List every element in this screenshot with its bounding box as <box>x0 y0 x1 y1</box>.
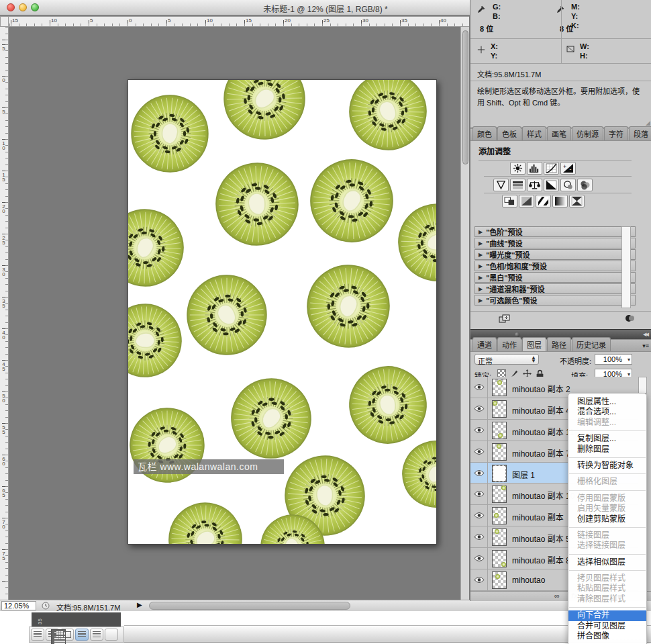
list-dense-button[interactable] <box>90 629 103 641</box>
expand-triangle-icon[interactable]: ▶ <box>479 275 483 281</box>
eye-icon[interactable] <box>474 533 485 541</box>
opacity-field[interactable]: 100% ▾ <box>595 354 632 365</box>
menu-item[interactable]: 删除图层 <box>568 445 646 455</box>
preset-group-row[interactable]: ▶"色阶"预设 <box>474 226 636 237</box>
tab-7[interactable]: 段落 <box>629 126 651 140</box>
layer-thumbnail[interactable] <box>492 465 507 482</box>
blend-mode-select[interactable]: 正常 ▲▼ <box>474 354 539 365</box>
preset-group-row[interactable]: ▶"色相/饱和度"预设 <box>474 261 636 271</box>
layer-thumbnail[interactable] <box>492 507 507 524</box>
visibility-cell[interactable] <box>470 420 488 441</box>
ruler-horizontal[interactable]: 151050510152025303540 <box>9 16 469 27</box>
visibility-cell[interactable] <box>470 569 488 590</box>
selective-color-icon[interactable] <box>569 195 585 208</box>
tab-5[interactable]: 仿制源 <box>572 126 603 140</box>
layer-thumbnail[interactable] <box>492 571 507 589</box>
preset-group-row[interactable]: ▶"通道混和器"预设 <box>474 283 636 294</box>
expand-triangle-icon[interactable]: ▶ <box>479 297 483 304</box>
tab-2[interactable]: 色板 <box>497 126 521 140</box>
gradient-map-icon[interactable] <box>552 195 568 208</box>
canvas-page[interactable]: 瓦栏 www.walanwalan.com <box>128 79 437 545</box>
curves-icon[interactable] <box>544 162 559 175</box>
collapse-dock-icon[interactable]: ◂◂ <box>643 330 648 338</box>
photo-filter-icon[interactable] <box>560 179 576 191</box>
eye-icon[interactable] <box>474 448 485 455</box>
layer-thumbnail[interactable] <box>492 443 507 461</box>
color-balance-icon[interactable] <box>527 179 542 191</box>
menu-item[interactable]: 转换为智能对象 <box>568 461 646 471</box>
menu-item[interactable]: 复制图层... <box>568 434 646 444</box>
tab-4[interactable]: 画笔 <box>547 126 571 140</box>
status-options-arrow[interactable]: ▶ <box>137 601 142 608</box>
preset-group-row[interactable]: ▶"曝光度"预设 <box>474 249 636 260</box>
visibility-cell[interactable] <box>470 505 488 526</box>
layers-tab-5[interactable]: 历史记录 <box>572 337 611 351</box>
layer-thumbnail[interactable] <box>492 400 507 418</box>
expand-triangle-icon[interactable]: ▶ <box>479 263 483 269</box>
threshold-icon[interactable] <box>536 195 551 208</box>
menu-item[interactable]: 合并可见图层 <box>568 621 646 631</box>
menu-item[interactable]: 图层属性... <box>568 397 646 407</box>
panel-resize-grip[interactable]: ◢ <box>646 120 650 126</box>
eye-icon[interactable] <box>474 426 485 434</box>
levels-icon[interactable] <box>527 162 542 175</box>
list-simple-button[interactable] <box>31 629 44 641</box>
menu-item[interactable]: 混合选项... <box>568 407 646 417</box>
brightness-contrast-icon[interactable] <box>510 162 525 175</box>
presets-scrollbar[interactable] <box>621 226 631 308</box>
ruler-vertical[interactable]: 5051015202530354045505560657075 <box>0 27 9 600</box>
visibility-cell[interactable] <box>470 484 488 504</box>
visibility-cell[interactable] <box>470 526 488 547</box>
expand-triangle-icon[interactable]: ▶ <box>479 252 483 258</box>
preset-group-row[interactable]: ▶"可选颜色"预设 <box>474 295 636 306</box>
menu-item[interactable]: 创建剪贴蒙版 <box>568 514 646 524</box>
eye-icon[interactable] <box>474 512 485 519</box>
posterize-icon[interactable] <box>519 195 534 208</box>
layer-thumbnail[interactable] <box>492 379 507 396</box>
layer-thumbnail[interactable] <box>492 486 507 503</box>
expand-triangle-icon[interactable]: ▶ <box>479 240 483 246</box>
visibility-cell[interactable] <box>470 463 488 484</box>
eye-icon[interactable] <box>474 490 485 498</box>
layers-tab-3[interactable]: 图层 <box>522 337 546 351</box>
list-thumbs-button[interactable] <box>105 629 118 641</box>
expand-triangle-icon[interactable]: ▶ <box>479 229 483 235</box>
layers-tab-2[interactable]: 动作 <box>497 337 521 351</box>
vertical-scrollbar[interactable] <box>460 27 469 600</box>
eye-icon[interactable] <box>474 405 485 412</box>
menu-item[interactable]: 选择相似图层 <box>568 557 646 567</box>
visibility-cell[interactable] <box>470 377 488 398</box>
eye-icon[interactable] <box>474 383 485 391</box>
layers-tab-1[interactable]: 通道 <box>472 337 497 351</box>
channel-mixer-icon[interactable] <box>577 179 593 191</box>
layer-thumbnail[interactable] <box>492 550 507 567</box>
canvas-area[interactable]: 瓦栏 www.walanwalan.com <box>9 27 460 600</box>
tab-3[interactable]: 样式 <box>522 126 546 140</box>
clip-to-layer-icon[interactable] <box>625 314 636 322</box>
layer-thumbnail[interactable] <box>492 422 507 439</box>
invert-icon[interactable] <box>502 195 517 208</box>
vibrance-icon[interactable] <box>493 179 509 191</box>
eye-icon[interactable] <box>474 576 485 584</box>
visibility-cell[interactable] <box>470 548 488 569</box>
layers-scrollbar[interactable] <box>638 377 647 394</box>
preset-group-row[interactable]: ▶"曲线"预设 <box>474 238 636 248</box>
horizontal-scroll-thumb[interactable] <box>149 602 350 610</box>
expand-triangle-icon[interactable]: ▶ <box>479 286 483 292</box>
visibility-cell[interactable] <box>470 441 488 462</box>
panel-menu-icon[interactable]: ▾≡ <box>642 342 649 351</box>
list-selected-button[interactable] <box>75 629 89 641</box>
layer-thumbnail[interactable] <box>492 528 507 546</box>
menu-item[interactable]: 拼合图像 <box>568 631 646 641</box>
eye-icon[interactable] <box>474 469 485 477</box>
tab-1[interactable]: 颜色 <box>472 126 497 140</box>
menu-item[interactable]: 向下合并 <box>568 610 646 620</box>
expanded-view-icon[interactable] <box>499 314 511 324</box>
ruler-origin-box[interactable] <box>0 16 9 27</box>
tab-6[interactable]: 字符 <box>604 126 628 140</box>
eye-icon[interactable] <box>474 555 485 562</box>
layers-tab-4[interactable]: 路径 <box>547 337 571 351</box>
visibility-cell[interactable] <box>470 398 488 419</box>
link-layers-icon[interactable]: ∞ <box>554 592 560 600</box>
preset-group-row[interactable]: ▶"黑白"预设 <box>474 272 636 283</box>
